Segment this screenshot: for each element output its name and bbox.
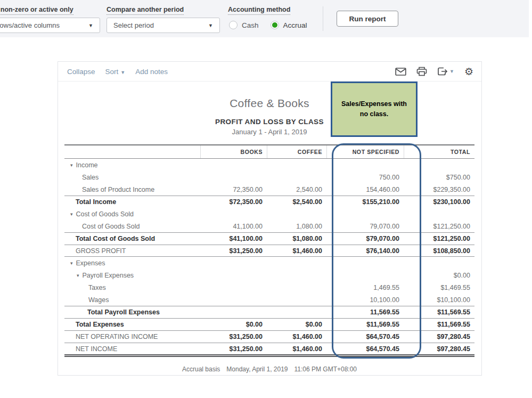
report-toolbar: Collapse Sort▼ Add notes ▼ ⚙ <box>58 62 481 82</box>
row-label-text: Total Income <box>76 198 116 206</box>
collapse-triangle-icon[interactable]: ▾ <box>70 163 73 168</box>
column-header-books: BOOKS <box>200 145 267 158</box>
gear-icon[interactable]: ⚙ <box>464 67 473 77</box>
table-row: NET OPERATING INCOME$31,250.00$1,460.00$… <box>64 330 474 343</box>
cell-books: $72,350.00 <box>200 198 267 206</box>
cell-not_specified[interactable]: 79,070.00 <box>326 223 404 230</box>
cell-coffee: $1,080.00 <box>267 235 326 242</box>
add-notes-button[interactable]: Add notes <box>135 68 168 76</box>
run-report-button[interactable]: Run report <box>337 11 398 27</box>
accounting-method-label[interactable]: Accounting method <box>228 6 290 15</box>
collapse-triangle-icon[interactable]: ▾ <box>70 261 73 266</box>
row-label: ▾Expenses <box>64 259 200 267</box>
row-label: Wages <box>64 296 200 304</box>
table-row: ▾Income <box>64 159 474 171</box>
report-footer: Accrual basis Monday, April 1, 2019 11:0… <box>64 365 474 373</box>
cell-coffee: $1,460.00 <box>267 247 326 255</box>
row-label: Total Cost of Goods Sold <box>64 235 200 242</box>
cell-not_specified: $11,569.55 <box>326 321 404 328</box>
cell-books[interactable]: 72,350.00 <box>200 186 267 193</box>
cell-total: $0.00 <box>404 272 474 279</box>
chevron-down-icon: ▼ <box>208 23 213 28</box>
cell-total[interactable]: $1,469.55 <box>404 284 474 291</box>
compare-period-label[interactable]: Compare another period <box>107 6 184 15</box>
table-row: Wages10,100.00$10,100.00 <box>64 294 474 306</box>
cell-total[interactable]: $750.00 <box>404 174 474 181</box>
row-label: ▾Income <box>64 161 200 169</box>
toolbar-divider <box>323 6 323 31</box>
row-label: Total Income <box>64 198 200 206</box>
table-row: Taxes1,469.55$1,469.55 <box>64 281 474 294</box>
row-label: NET OPERATING INCOME <box>64 333 200 340</box>
collapse-triangle-icon[interactable]: ▾ <box>77 273 79 278</box>
screen: Show non-zero or active only Active rows… <box>0 0 532 398</box>
row-label-text: GROSS PROFIT <box>76 247 126 255</box>
show-filter-label[interactable]: Show non-zero or active only <box>0 6 73 15</box>
row-label-text: Payroll Expenses <box>83 272 134 279</box>
compare-period-select[interactable]: Select period ▼ <box>107 18 220 33</box>
cell-total: $97,280.45 <box>404 345 474 353</box>
chevron-down-icon: ▼ <box>88 23 93 28</box>
cell-books[interactable]: 41,100.00 <box>200 223 267 230</box>
row-label: Total Expenses <box>64 321 200 328</box>
table-row: Sales750.00$750.00 <box>64 171 474 183</box>
cash-radio[interactable] <box>229 21 238 29</box>
table-row: Total Expenses$0.00$0.00$11,569.55$11,56… <box>64 318 474 330</box>
footer-time: 11:06 PM GMT+08:00 <box>294 365 357 373</box>
chevron-down-icon: ▼ <box>120 70 125 75</box>
email-icon[interactable] <box>395 67 406 76</box>
print-icon[interactable] <box>416 67 427 76</box>
filter-toolbar: Show non-zero or active only Active rows… <box>0 0 529 37</box>
table-row: ▾Expenses <box>64 257 474 269</box>
column-header-label <box>64 145 200 158</box>
rows-columns-value: Active rows/active columns <box>0 21 60 29</box>
cell-not_specified[interactable]: 750.00 <box>326 174 404 181</box>
row-label-text: NET OPERATING INCOME <box>76 333 158 340</box>
cash-radio-label[interactable]: Cash <box>242 21 259 29</box>
row-label-text: Expenses <box>76 259 105 267</box>
row-label-text: NET INCOME <box>76 345 117 353</box>
table-row: Total Income$72,350.00$2,540.00$155,210.… <box>64 196 474 208</box>
cell-total: $11,569.55 <box>404 308 474 316</box>
export-icon[interactable]: ▼ <box>437 67 454 76</box>
column-header-total: TOTAL <box>404 145 474 158</box>
collapse-triangle-icon[interactable]: ▾ <box>70 212 73 217</box>
cell-not_specified: $64,570.45 <box>326 345 404 353</box>
row-label: ▾Payroll Expenses <box>64 272 200 279</box>
row-label: Sales of Product Income <box>64 186 200 193</box>
cell-books: $31,250.00 <box>200 345 267 353</box>
rows-columns-select[interactable]: Active rows/active columns ▼ <box>0 18 100 33</box>
cell-books: $31,250.00 <box>200 333 267 340</box>
row-label-text: Income <box>76 161 98 169</box>
row-label-text: Taxes <box>88 284 106 291</box>
cell-not_specified[interactable]: 10,100.00 <box>326 296 404 304</box>
column-header-coffee: COFFEE <box>267 145 326 158</box>
cell-coffee[interactable]: 1,080.00 <box>267 223 326 230</box>
cell-not_specified: 11,569.55 <box>326 308 404 316</box>
cell-not_specified[interactable]: 154,460.00 <box>326 186 404 193</box>
collapse-button[interactable]: Collapse <box>67 68 95 76</box>
cell-not_specified[interactable]: 1,469.55 <box>326 284 404 291</box>
accrual-radio[interactable] <box>271 21 279 29</box>
accounting-method-group: Cash Accrual <box>229 21 307 29</box>
sort-button[interactable]: Sort▼ <box>105 68 126 76</box>
table-row: Cost of Goods Sold41,100.001,080.0079,07… <box>64 220 474 232</box>
cell-not_specified: $76,140.00 <box>326 247 404 255</box>
cell-not_specified: $79,070.00 <box>326 235 404 242</box>
row-label-text: Wages <box>88 296 109 304</box>
table-row: Sales of Product Income72,350.002,540.00… <box>64 183 474 196</box>
row-label: Total Payroll Expenses <box>64 308 200 316</box>
cell-total[interactable]: $121,250.00 <box>404 223 474 230</box>
cell-coffee[interactable]: 2,540.00 <box>267 186 326 193</box>
cell-coffee: $2,540.00 <box>267 198 326 206</box>
row-label: Cost of Goods Sold <box>64 223 200 230</box>
cell-books: $31,250.00 <box>200 247 267 255</box>
row-label-text: Sales <box>82 174 99 181</box>
row-label-text: Total Cost of Goods Sold <box>76 235 155 242</box>
cell-total[interactable]: $10,100.00 <box>404 296 474 304</box>
cell-total: $11,569.55 <box>404 321 474 328</box>
table-row: GROSS PROFIT$31,250.00$1,460.00$76,140.0… <box>64 245 474 257</box>
accrual-radio-label[interactable]: Accrual <box>283 21 307 29</box>
footer-date: Monday, April 1, 2019 <box>226 365 288 373</box>
cell-total[interactable]: $229,350.00 <box>404 186 474 193</box>
